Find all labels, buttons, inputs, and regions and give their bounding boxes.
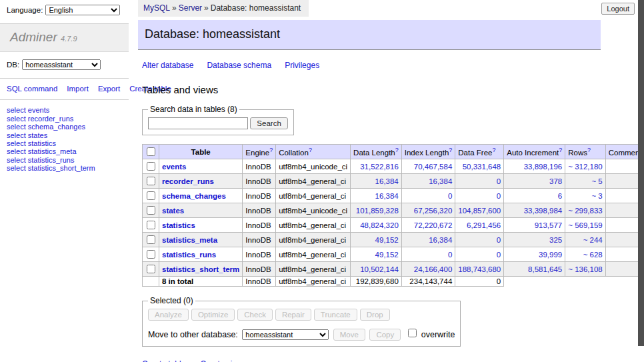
overwrite-checkbox[interactable] [408, 329, 417, 337]
table-link-events[interactable]: events [162, 163, 186, 171]
breadcrumb-link-server[interactable]: Server [179, 3, 202, 13]
auto-increment-link[interactable]: 33,398,984 [524, 207, 563, 215]
row-checkbox-statistics[interactable] [147, 221, 155, 229]
database-schema-link[interactable]: Database schema [207, 61, 271, 70]
move-db-select[interactable]: homeassistant [242, 329, 329, 340]
sidebar-select-statistics-link[interactable]: select statistics [7, 139, 129, 147]
rows-link[interactable]: ~ 299,833 [568, 207, 602, 215]
rows-link[interactable]: ~ 5 [591, 177, 602, 185]
logout-button[interactable]: Logout [601, 3, 635, 15]
help-icon[interactable]: ? [559, 147, 562, 153]
alter-database-link[interactable]: Alter database [142, 61, 193, 70]
auto-increment-link[interactable]: 325 [549, 236, 562, 244]
table-link-statistics-short-term[interactable]: statistics_short_term [162, 265, 239, 273]
data-length-link[interactable]: 48,824,320 [360, 221, 399, 229]
search-button[interactable]: Search [250, 117, 287, 129]
data-length-link[interactable]: 49,152 [375, 251, 399, 259]
help-icon[interactable]: ? [309, 147, 312, 153]
drop-button[interactable]: Drop [360, 309, 390, 321]
table-link-statistics-meta[interactable]: statistics_meta [162, 236, 217, 244]
auto-increment-link[interactable]: 8,581,645 [528, 265, 562, 273]
data-free-link[interactable]: 50,331,648 [463, 163, 501, 171]
repair-button[interactable]: Repair [275, 309, 311, 321]
table-link-recorder-runs[interactable]: recorder_runs [162, 177, 214, 185]
db-select[interactable]: homeassistant [22, 59, 101, 70]
table-link-states[interactable]: states [162, 207, 184, 215]
truncate-button[interactable]: Truncate [314, 309, 357, 321]
data-free-link[interactable]: 188,743,680 [458, 265, 501, 273]
index-length-link[interactable]: 0 [448, 192, 452, 200]
auto-increment-link[interactable]: 33,898,196 [524, 163, 563, 171]
index-length-link[interactable]: 67,256,320 [414, 207, 453, 215]
help-icon[interactable]: ? [587, 147, 591, 153]
rows-link[interactable]: ~ 3 [591, 192, 602, 200]
help-icon[interactable]: ? [269, 147, 273, 153]
row-checkbox-statistics-short-term[interactable] [147, 265, 155, 273]
data-length-link[interactable]: 16,384 [375, 192, 399, 200]
sidebar-select-schema-changes-link[interactable]: select schema_changes [7, 123, 129, 131]
rows-link[interactable]: ~ 136,108 [568, 265, 602, 273]
row-checkbox-recorder-runs[interactable] [147, 177, 155, 185]
row-checkbox-schema-changes[interactable] [147, 191, 155, 200]
create-view-link[interactable]: Create view [200, 359, 242, 362]
auto-increment-link[interactable]: 913,577 [535, 221, 563, 229]
breadcrumb-link-mysql[interactable]: MySQL [143, 3, 170, 13]
select-all-checkbox[interactable] [147, 147, 155, 156]
row-checkbox-states[interactable] [147, 206, 155, 215]
auto-increment-cell: 6 [504, 189, 565, 203]
row-checkbox-statistics-meta[interactable] [147, 235, 155, 244]
vertical-scrollbar[interactable] [638, 0, 644, 346]
index-length-link[interactable]: 0 [448, 251, 452, 259]
data-length-link[interactable]: 10,502,144 [360, 265, 399, 273]
sidebar-select-statistics-runs-link[interactable]: select statistics_runs [7, 156, 129, 164]
data-free-link[interactable]: 0 [497, 192, 501, 200]
index-length-link[interactable]: 72,220,672 [414, 221, 453, 229]
sidebar-select-statistics-meta-link[interactable]: select statistics_meta [7, 147, 129, 155]
help-icon[interactable]: ? [395, 147, 399, 153]
language-select[interactable]: English [45, 5, 120, 15]
help-icon[interactable]: ? [449, 147, 452, 153]
data-free-link[interactable]: 0 [497, 251, 501, 259]
row-checkbox-statistics-runs[interactable] [147, 250, 155, 259]
data-free-link[interactable]: 6,291,456 [467, 221, 501, 229]
index-length-link[interactable]: 16,384 [429, 177, 452, 185]
sidebar-action-sql-command[interactable]: SQL command [7, 85, 57, 93]
rows-link[interactable]: ~ 628 [583, 251, 603, 259]
data-length-link[interactable]: 49,152 [375, 236, 399, 244]
data-length-cell: 49,152 [351, 233, 402, 247]
table-link-statistics-runs[interactable]: statistics_runs [162, 251, 216, 259]
data-free-link[interactable]: 0 [497, 177, 501, 185]
rows-link[interactable]: ~ 569,159 [568, 221, 602, 229]
rows-link[interactable]: ~ 312,180 [568, 163, 602, 171]
check-button[interactable]: Check [237, 309, 273, 321]
data-length-link[interactable]: 16,384 [375, 177, 399, 185]
table-link-statistics[interactable]: statistics [162, 221, 195, 229]
index-length-link[interactable]: 70,467,584 [414, 163, 453, 171]
rows-link[interactable]: ~ 244 [583, 236, 603, 244]
auto-increment-link[interactable]: 39,999 [539, 251, 562, 259]
search-input[interactable] [148, 117, 248, 129]
help-icon[interactable]: ? [492, 147, 495, 153]
create-table-link[interactable]: Create table [142, 359, 185, 362]
copy-button[interactable]: Copy [369, 329, 401, 341]
sidebar-select-statistics-short-term-link[interactable]: select statistics_short_term [7, 164, 129, 172]
data-length-link[interactable]: 101,859,328 [356, 207, 399, 215]
sidebar-action-import[interactable]: Import [67, 85, 89, 93]
data-length-link[interactable]: 31,522,816 [360, 163, 399, 171]
privileges-link[interactable]: Privileges [285, 61, 319, 70]
optimize-button[interactable]: Optimize [191, 309, 235, 321]
index-length-link[interactable]: 16,384 [429, 236, 452, 244]
auto-increment-link[interactable]: 378 [549, 177, 562, 185]
sidebar-select-states-link[interactable]: select states [7, 131, 129, 139]
analyze-button[interactable]: Analyze [148, 309, 189, 321]
data-free-link[interactable]: 0 [497, 236, 501, 244]
auto-increment-link[interactable]: 6 [558, 192, 562, 200]
move-button[interactable]: Move [333, 329, 365, 341]
data-free-link[interactable]: 104,857,600 [458, 207, 501, 215]
table-link-schema-changes[interactable]: schema_changes [162, 192, 226, 200]
row-checkbox-events[interactable] [147, 162, 155, 171]
sidebar-select-events-link[interactable]: select events [7, 106, 129, 114]
sidebar-select-recorder-runs-link[interactable]: select recorder_runs [7, 115, 129, 123]
sidebar-action-export[interactable]: Export [98, 85, 120, 93]
index-length-link[interactable]: 24,166,400 [414, 265, 453, 273]
